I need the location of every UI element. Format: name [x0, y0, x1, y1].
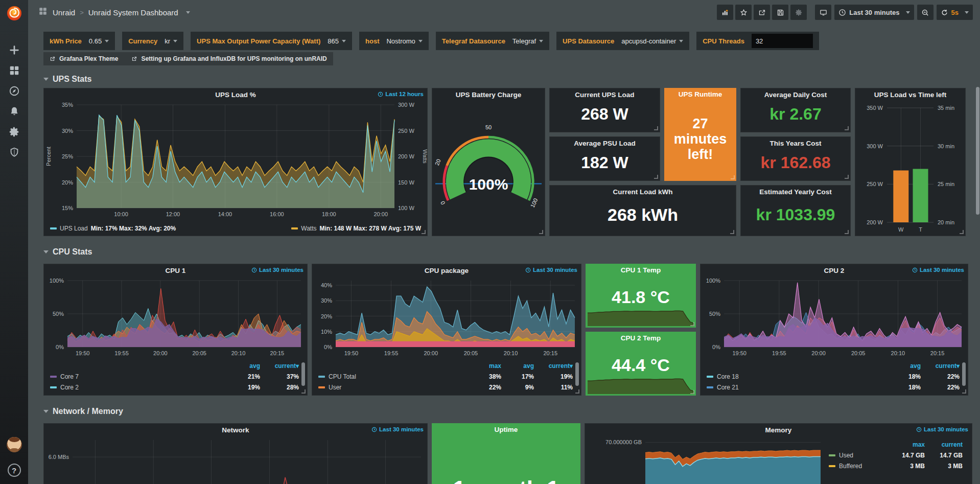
explore-icon[interactable]	[4, 81, 25, 101]
ups-stats-row: UPS Load % Last 12 hours 10:0012:0014:00…	[43, 88, 972, 236]
cpu-package-chart[interactable]: 19:5019:5520:0020:0520:1020:150%10%20%30…	[312, 276, 581, 359]
variable-kwh-price[interactable]: kWh Price 0.65	[43, 32, 115, 50]
panel-title[interactable]: CPU package	[425, 267, 469, 274]
cpu1-chart[interactable]: 19:5019:5520:0020:0520:1020:150%50%100%	[44, 276, 307, 359]
legend-series[interactable]: User	[318, 384, 469, 391]
refresh-picker[interactable]: 5s	[937, 5, 973, 20]
breadcrumb-folder[interactable]: Unraid	[53, 8, 75, 17]
svg-text:20:15: 20:15	[270, 350, 285, 356]
add-panel-button[interactable]	[717, 5, 733, 20]
zoom-out-button[interactable]	[917, 5, 934, 20]
variable-ups-datasource[interactable]: UPS Datasource apcupsd-container	[556, 32, 689, 50]
cpu-package-legend: maxavgcurrent▾ CPU Total 38% 17% 19% Use…	[312, 359, 581, 395]
sort-column[interactable]: current▾	[260, 362, 299, 370]
variable-ups-max-power[interactable]: UPS Max Output Power Capacity (Watt) 865	[191, 32, 352, 50]
panel-title[interactable]: CPU 1 Temp	[621, 266, 661, 274]
chevron-down-icon	[965, 11, 969, 14]
legend-scrollbar[interactable]	[962, 362, 966, 386]
panel-title[interactable]: UPS Runtime	[679, 90, 722, 98]
series-key	[291, 227, 298, 229]
panel-title[interactable]: This Years Cost	[769, 140, 821, 147]
panel-title[interactable]: CPU 2	[824, 267, 845, 274]
cycle-view-mode-button[interactable]	[815, 5, 831, 20]
save-dashboard-button[interactable]	[772, 5, 788, 20]
panel-title[interactable]: CPU 2 Temp	[621, 334, 661, 342]
panel-title[interactable]: UPS Load %	[215, 91, 256, 99]
svg-text:70.000000 GB: 70.000000 GB	[605, 439, 642, 445]
server-admin-shield-icon[interactable]	[4, 142, 25, 163]
legend-row: Core 7 21% 37%	[50, 371, 299, 382]
svg-text:19:55: 19:55	[384, 350, 399, 356]
legend-series[interactable]: CPU Total	[318, 373, 469, 380]
svg-text:200 W: 200 W	[398, 153, 414, 159]
panel-average-psu-load: Average PSU Load 182 W	[549, 136, 660, 181]
legend-row: CPU Total 38% 17% 19%	[318, 371, 573, 382]
panel-title[interactable]: Uptime	[495, 426, 518, 433]
panel-title[interactable]: Average Daily Cost	[764, 91, 827, 99]
panel-title[interactable]: UPS Battery Charge	[456, 91, 521, 99]
svg-text:19:50: 19:50	[732, 350, 746, 356]
sort-column[interactable]: current▾	[921, 362, 960, 370]
panel-title[interactable]: Estimated Yearly Cost	[759, 188, 832, 196]
network-chart[interactable]: 19:5019:5520:0020:0520:1020:152.0 MBs4.0…	[44, 436, 427, 484]
create-icon[interactable]	[4, 40, 25, 60]
legend-series[interactable]: Used	[829, 452, 889, 459]
ups-load-chart[interactable]: 10:0012:0014:0016:0018:0020:0015%100 W20…	[44, 101, 427, 221]
legend-series[interactable]: Core 18	[707, 373, 888, 380]
section-network-memory[interactable]: Network / Memory	[43, 406, 980, 417]
stat-value: kr 2.67	[741, 101, 850, 132]
variable-host[interactable]: host Nostromo	[359, 32, 429, 50]
memory-chart[interactable]: 50.000000 GB60.000000 GB70.000000 GB	[585, 436, 826, 484]
svg-text:100%: 100%	[706, 278, 720, 284]
variable-telegraf-datasource[interactable]: Telegraf Datasource Telegraf	[436, 32, 549, 50]
configuration-icon[interactable]	[4, 122, 25, 142]
panel-title[interactable]: Current Load kWh	[613, 188, 673, 196]
svg-text:25%: 25%	[62, 153, 73, 159]
panel-cpu1-graph: CPU 1 Last 30 minutes 19:5019:5520:0020:…	[43, 264, 308, 396]
legend-series[interactable]: Core 21	[707, 384, 888, 391]
legend-series[interactable]: Core 7	[50, 373, 227, 380]
link-grafana-plex-theme[interactable]: Grafana Plex Theme	[50, 55, 118, 62]
legend-series-ups-load[interactable]: UPS Load	[60, 225, 88, 232]
variable-currency[interactable]: Currency kr	[122, 32, 183, 50]
breadcrumb-dashboard-title[interactable]: Unraid System Dashboard	[88, 8, 178, 17]
legend-series-watts[interactable]: Watts	[301, 225, 316, 232]
dashboards-icon[interactable]	[4, 60, 25, 81]
legend-series[interactable]: Core 2	[50, 384, 227, 391]
legend-series[interactable]: Buffered	[829, 463, 889, 470]
panel-title[interactable]: Current UPS Load	[575, 91, 634, 99]
help-icon[interactable]: ?	[8, 464, 21, 477]
star-dashboard-button[interactable]	[735, 5, 752, 20]
legend-row: User 22% 9% 11%	[318, 382, 573, 393]
svg-text:0%: 0%	[56, 344, 64, 350]
cpu2-chart[interactable]: 19:5019:5520:0020:0520:1020:150%50%100%	[701, 276, 968, 359]
panel-title[interactable]: Memory	[765, 426, 792, 434]
panel-this-years-cost: This Years Cost kr 162.68	[740, 136, 851, 181]
grafana-app: ? Unraid > Unraid System Dashboard	[0, 0, 980, 484]
legend-scrollbar[interactable]	[575, 362, 579, 386]
link-ups-monitoring-guide[interactable]: Setting up Grafana and InfluxDB for UPS …	[131, 55, 326, 62]
page-scrollbar[interactable]	[976, 87, 979, 215]
sort-column[interactable]: current▾	[534, 362, 573, 370]
dashboard-settings-button[interactable]	[790, 5, 807, 20]
panel-title[interactable]: CPU 1	[166, 267, 186, 274]
panel-time-override: Last 30 minutes	[916, 426, 968, 432]
panel-title[interactable]: Average PSU Load	[574, 140, 635, 147]
time-range-picker[interactable]: Last 30 minutes	[834, 5, 914, 20]
alerting-icon[interactable]	[4, 101, 25, 122]
legend-scrollbar[interactable]	[301, 362, 305, 386]
section-ups-stats[interactable]: UPS Stats	[43, 74, 980, 85]
svg-text:Percent: Percent	[45, 147, 52, 166]
panel-ups-load-graph: UPS Load % Last 12 hours 10:0012:0014:00…	[43, 88, 428, 236]
svg-text:14:00: 14:00	[218, 211, 232, 217]
chevron-down-icon[interactable]	[186, 11, 190, 14]
cpu2-legend: avgcurrent▾ Core 18 18% 22% Core 21 18% …	[701, 359, 968, 395]
grafana-logo[interactable]	[5, 4, 24, 22]
cpu-threads-input[interactable]	[752, 34, 813, 48]
panel-title[interactable]: Network	[222, 426, 249, 434]
section-cpu-stats[interactable]: CPU Stats	[43, 246, 980, 258]
user-avatar[interactable]	[7, 437, 22, 452]
share-dashboard-button[interactable]	[754, 5, 770, 20]
panel-title[interactable]: UPS Load vs Time left	[874, 91, 947, 99]
main-area: Unraid > Unraid System Dashboard	[28, 0, 980, 484]
